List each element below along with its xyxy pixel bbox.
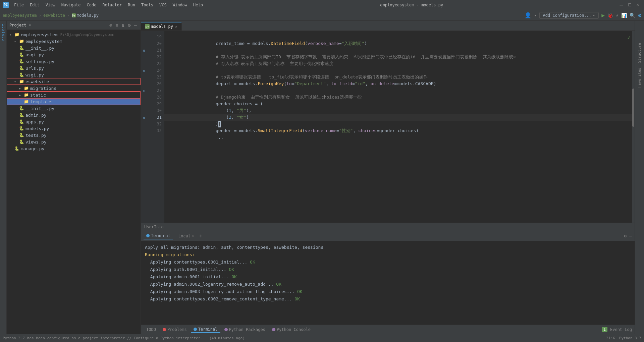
bottom-tab-python-console[interactable]: Python Console <box>269 327 313 333</box>
py-console-dot-icon <box>272 328 275 331</box>
breadcrumb-project[interactable]: employeesystem <box>3 13 37 18</box>
py-asgi-icon: 🐍 <box>19 52 24 57</box>
collapse-all-icon[interactable]: ≡ <box>114 22 119 28</box>
bottom-tab-problems[interactable]: Problems <box>160 327 190 333</box>
minimize-button[interactable]: — <box>618 2 625 8</box>
close-panel-icon[interactable]: — <box>133 22 138 28</box>
code-line-21: # 存入外键 表示员工所属部门ID 节省存储字节数 需要加入约束 即只能是部门表… <box>164 47 635 54</box>
code-gutter: ⊟ ⊟ ⊟ ⊟ <box>141 31 148 223</box>
terminal-minimize-icon[interactable]: — <box>629 233 632 238</box>
terminal-tab-terminal[interactable]: Terminal <box>144 233 173 239</box>
tree-folder-eswebsite[interactable]: ▾ 📁 eswebsite <box>7 78 141 85</box>
tree-arrow-root: ▾ <box>9 33 14 37</box>
linenum-31: 31 <box>148 114 164 121</box>
gutter-24: ⊟ <box>141 67 148 74</box>
linenum-30: 30 <box>148 107 164 114</box>
menu-navigate[interactable]: Navigate <box>59 2 84 8</box>
tree-label-wsgi: wsgi.py <box>25 72 44 77</box>
event-log-badge[interactable]: 1 <box>602 327 607 332</box>
breadcrumb-models[interactable]: py models.py <box>72 13 99 18</box>
status-left-text: Python 3.7 has been configured as a proj… <box>3 336 606 340</box>
tree-file-admin[interactable]: 🐍 admin.py <box>7 112 141 118</box>
tree-folder-static[interactable]: ▶ 📁 static <box>7 92 141 98</box>
terminal-content: Apply all migrations: admin, auth, conte… <box>141 241 635 325</box>
profile-dropdown[interactable]: ▾ <box>534 13 536 18</box>
close-button[interactable]: ✕ <box>635 2 641 8</box>
profile-icon[interactable]: 👤 <box>525 12 531 18</box>
tree-label-urls: urls.py <box>25 66 44 71</box>
menu-run[interactable]: Run <box>125 2 138 8</box>
tree-label-init2: __init__.py <box>25 106 54 111</box>
tree-root-employeesystem[interactable]: ▾ 📁 employeesystem F:\Django\employeesys… <box>7 31 141 38</box>
menu-edit[interactable]: Edit <box>27 2 42 8</box>
run-button[interactable]: ▶ <box>601 12 605 18</box>
settings-gear-icon[interactable]: ⚙ <box>127 22 131 28</box>
tab-close-icon[interactable]: × <box>175 24 177 29</box>
project-sidebar-title: Project ▾ <box>9 23 31 27</box>
tree-label-init1: __init__.py <box>25 46 54 51</box>
tree-file-init2[interactable]: 🐍 __init__.py <box>7 105 141 112</box>
menu-help[interactable]: Help <box>191 2 206 8</box>
gutter-28 <box>141 94 148 101</box>
debug-button[interactable]: 🐞 <box>607 13 613 18</box>
sort-icon[interactable]: ⇅ <box>121 22 125 28</box>
config-dropdown-icon: ▾ <box>593 13 595 18</box>
tree-file-asgi[interactable]: 🐍 asgi.py <box>7 51 141 58</box>
tree-label-manage: manage.py <box>21 146 44 151</box>
tab-label: models.py <box>151 24 173 29</box>
app-logo: PC <box>3 2 9 8</box>
py-init-icon: 🐍 <box>19 45 24 51</box>
add-configuration-button[interactable]: Add Configuration... ▾ <box>539 12 599 19</box>
bottom-tab-todo[interactable]: TODO <box>144 327 159 333</box>
menu-refactor[interactable]: Refactor <box>100 2 124 8</box>
tree-file-apps[interactable]: 🐍 apps.py <box>7 118 141 125</box>
linenum-23: 23 <box>148 60 164 67</box>
maximize-button[interactable]: □ <box>626 2 633 8</box>
menu-view[interactable]: View <box>43 2 58 8</box>
tree-folder-templates[interactable]: 📁 templates <box>7 98 141 105</box>
tree-file-tests[interactable]: 🐍 tests.py <box>7 132 141 138</box>
profile-run-button[interactable]: 📊 <box>621 13 627 18</box>
bottom-tab-terminal[interactable]: Terminal <box>191 326 220 333</box>
tree-file-settings[interactable]: 🐍 settings.py <box>7 58 141 65</box>
menu-file[interactable]: File <box>11 2 26 8</box>
menu-vcs[interactable]: VCS <box>157 2 169 8</box>
titlebar-menu: File Edit View Navigate Code Refactor Ru… <box>11 2 206 8</box>
right-tab-favorites[interactable]: Favorites <box>636 66 643 90</box>
terminal-subtab-local[interactable]: Local × <box>176 233 197 239</box>
tree-folder-migrations[interactable]: ▶ 📁 migrations <box>7 85 141 92</box>
terminal-local-close[interactable]: × <box>192 234 194 238</box>
code-editor[interactable]: ⊟ ⊟ ⊟ ⊟ 19 20 21 22 23 <box>141 31 635 223</box>
tree-file-urls[interactable]: 🐍 urls.py <box>7 65 141 71</box>
settings-icon[interactable]: ⚙ <box>638 12 641 18</box>
tab-models-py[interactable]: py models.py × <box>141 22 182 31</box>
gutter-22 <box>141 54 148 60</box>
bottom-tabs-bar: TODO Problems Terminal Python Packages P… <box>141 325 635 334</box>
code-content[interactable]: create_time = models.DateTimeField(verbo… <box>164 31 635 223</box>
scrollbar-thumb[interactable] <box>632 89 634 127</box>
event-log-label[interactable]: Event Log <box>610 327 632 332</box>
menu-window[interactable]: Window <box>170 2 190 8</box>
tree-file-views[interactable]: 🐍 views.py <box>7 138 141 145</box>
editor-scrollbar[interactable] <box>632 31 635 223</box>
breadcrumb-eswebsite[interactable]: eswebsite <box>43 13 65 18</box>
search-icon[interactable]: 🔍 <box>630 13 635 18</box>
tree-file-init1[interactable]: 🐍 __init__.py <box>7 45 141 51</box>
menu-tools[interactable]: Tools <box>139 2 156 8</box>
ok-badge-2: OK <box>229 267 234 272</box>
tree-file-models[interactable]: 🐍 models.py <box>7 125 141 132</box>
tree-file-wsgi[interactable]: 🐍 wsgi.py <box>7 71 141 78</box>
coverage-button[interactable]: ⚡ <box>616 13 619 18</box>
tree-label-apps: apps.py <box>25 119 44 124</box>
terminal-settings-icon[interactable]: ⚙ <box>624 233 627 238</box>
tree-file-manage[interactable]: 🐍 manage.py <box>7 145 141 152</box>
bottom-tab-python-packages[interactable]: Python Packages <box>222 327 268 333</box>
menu-code[interactable]: Code <box>84 2 99 8</box>
project-side-label[interactable]: Project <box>1 23 5 41</box>
tree-folder-employeesystem-inner[interactable]: ▾ 📁 employeesystem <box>7 38 141 45</box>
right-tab-structure[interactable]: Structure <box>636 41 643 65</box>
terminal-dot-icon <box>146 234 150 237</box>
expand-all-icon[interactable]: ⊕ <box>108 22 113 28</box>
terminal-new-tab-button[interactable]: + <box>199 233 203 239</box>
tree-label-static: static <box>30 93 46 98</box>
